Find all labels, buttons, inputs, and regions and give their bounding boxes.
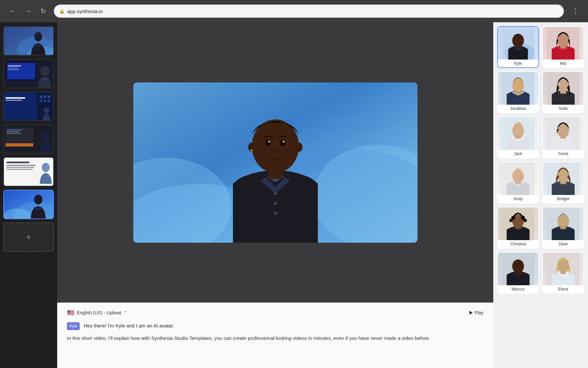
slide-thumb-3[interactable] (3, 92, 54, 121)
nav-buttons: ← → ↻ (7, 6, 49, 16)
svg-rect-48 (268, 169, 283, 179)
avatar-image-jonathan (498, 72, 538, 105)
svg-rect-76 (560, 136, 566, 139)
svg-point-3 (34, 32, 42, 41)
script-line-1: Kyle Hey there! I'm Kyle and I am an AI … (67, 322, 483, 330)
avatar-card-sofia[interactable]: Sofia (542, 71, 584, 113)
avatar-image-sonia (543, 117, 583, 150)
url-text: app.synthesia.io (67, 9, 559, 14)
svg-point-49 (265, 140, 271, 146)
play-icon (469, 311, 473, 315)
svg-rect-24 (6, 143, 33, 147)
svg-rect-33 (7, 169, 33, 170)
svg-rect-82 (560, 181, 566, 184)
svg-point-21 (44, 107, 49, 113)
svg-rect-26 (7, 131, 20, 132)
browser-chrome: ← → ↻ 🔒 app.synthesia.io ⋮ (0, 0, 588, 22)
slide-thumb-2[interactable] (3, 59, 54, 88)
svg-point-38 (34, 195, 42, 204)
avatar-name-andy: Andy (498, 195, 538, 203)
avatar-image-mia (543, 27, 583, 60)
script-header: 🇺🇸 English (US) - Upbeat ⌃ Play (67, 309, 483, 316)
avatar-name-dave: Dave (543, 240, 583, 248)
svg-rect-7 (8, 65, 21, 66)
svg-rect-9 (8, 69, 19, 70)
add-slide-button[interactable]: + (3, 222, 54, 252)
flag-icon: 🇺🇸 (67, 309, 74, 316)
avatar-image-sofia (543, 72, 583, 105)
avatar-image-christina (498, 207, 538, 240)
svg-rect-17 (48, 96, 50, 98)
avatar-name-extra1: Marcus (498, 285, 538, 293)
play-label: Play (475, 310, 483, 315)
svg-point-34 (42, 163, 50, 172)
play-button[interactable]: Play (469, 310, 483, 315)
center-area: 🇺🇸 English (US) - Upbeat ⌃ Play Kyle Hey… (57, 22, 493, 368)
avatar-image-extra2 (543, 253, 583, 285)
svg-rect-16 (44, 96, 46, 98)
svg-rect-30 (7, 162, 29, 163)
svg-rect-31 (7, 165, 36, 166)
script-line-2: In this short video, I'll explain how wi… (67, 334, 483, 342)
avatar-card-extra1[interactable]: Marcus (497, 252, 539, 294)
main-avatar (220, 92, 331, 243)
svg-point-28 (42, 132, 50, 141)
script-text-2: In this short video, I'll explain how wi… (67, 335, 430, 341)
svg-point-45 (274, 202, 277, 205)
avatar-name-sonia: Sonia (543, 150, 583, 158)
svg-rect-25 (7, 130, 23, 131)
back-button[interactable]: ← (7, 6, 19, 16)
svg-point-94 (512, 260, 524, 273)
script-content: Kyle Hey there! I'm Kyle and I am an AI … (67, 322, 483, 342)
avatar-grid: Kyle Mia (497, 26, 584, 294)
avatar-card-jack[interactable]: Jack (497, 116, 539, 158)
avatar-name-christina: Christina (498, 240, 538, 248)
svg-rect-61 (515, 46, 521, 48)
avatar-image-dave (543, 207, 583, 240)
slide-thumb-6[interactable] (3, 190, 54, 219)
address-bar[interactable]: 🔒 app.synthesia.io (54, 5, 564, 18)
svg-point-57 (251, 149, 253, 151)
svg-point-46 (274, 212, 277, 215)
avatar-panel: Kyle Mia (493, 22, 588, 368)
language-selector[interactable]: 🇺🇸 English (US) - Upbeat ⌃ (67, 309, 127, 316)
chevron-icon: ⌃ (124, 310, 127, 315)
svg-rect-32 (7, 167, 34, 168)
svg-rect-15 (40, 96, 42, 98)
forward-button[interactable]: → (22, 6, 35, 16)
svg-rect-18 (40, 99, 42, 102)
svg-rect-13 (6, 97, 25, 99)
svg-rect-70 (560, 91, 566, 94)
lock-icon: 🔒 (59, 9, 65, 14)
refresh-button[interactable]: ↻ (38, 6, 49, 16)
avatar-card-sonia[interactable]: Sonia (542, 116, 584, 158)
video-preview (57, 22, 493, 303)
slide-thumb-1[interactable] (3, 26, 54, 56)
script-text-1: Hey there! I'm Kyle and I am an AI avata… (84, 323, 174, 328)
avatar-image-kyle (498, 27, 538, 60)
avatar-card-mia[interactable]: Mia (542, 26, 584, 68)
avatar-image-bridget (543, 162, 583, 195)
avatar-card-jonathan[interactable]: Jonathan (497, 71, 539, 113)
svg-point-56 (296, 143, 302, 152)
avatar-image-andy (498, 162, 538, 195)
svg-rect-79 (515, 181, 521, 184)
language-text: English (US) - Upbeat (77, 310, 121, 315)
avatar-card-christina[interactable]: Christina (497, 207, 539, 249)
svg-point-63 (557, 34, 569, 47)
svg-point-87 (509, 219, 513, 222)
avatar-name-extra2: Elena (543, 285, 583, 293)
avatar-image-jack (498, 117, 538, 150)
slide-thumb-5[interactable] (3, 157, 54, 186)
slide-thumb-4[interactable] (3, 124, 54, 154)
slide-panel: + (0, 22, 57, 368)
browser-menu-button[interactable]: ⋮ (569, 6, 581, 17)
svg-rect-95 (515, 272, 521, 274)
svg-rect-64 (560, 46, 566, 48)
avatar-card-extra2[interactable]: Elena (542, 252, 584, 294)
avatar-card-kyle[interactable]: Kyle (497, 26, 539, 68)
svg-rect-8 (8, 68, 18, 68)
avatar-card-dave[interactable]: Dave (542, 207, 584, 249)
avatar-card-bridget[interactable]: Bridget (542, 162, 584, 203)
avatar-card-andy[interactable]: Andy (497, 162, 539, 203)
